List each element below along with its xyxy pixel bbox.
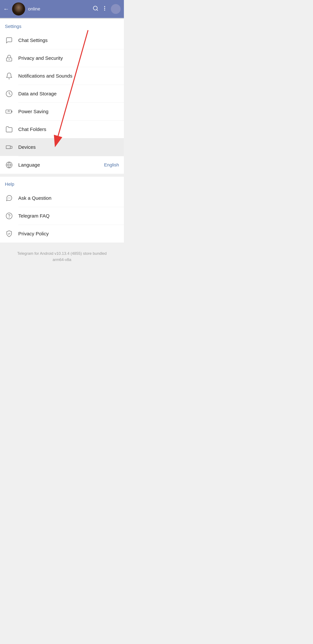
lock-icon [5,54,13,62]
footer-divider [0,242,124,246]
language-value: English [104,162,119,168]
profile-circle[interactable] [111,4,121,14]
chat-folders-label: Chat Folders [18,126,119,132]
help-label: Help [0,177,124,189]
svg-rect-11 [10,146,12,148]
svg-rect-10 [6,146,10,149]
message-circle-icon [5,194,13,202]
svg-point-18 [6,213,12,219]
menu-item-power-saving[interactable]: Power Saving [0,103,124,120]
help-section: Help Ask a Question [0,177,124,242]
svg-point-3 [104,8,105,9]
menu-item-chat-settings[interactable]: Chat Settings [0,32,124,49]
svg-line-1 [97,10,98,10]
devices-icon [5,143,13,152]
privacy-policy-label: Privacy Policy [18,231,119,236]
menu-item-devices[interactable]: Devices [0,138,124,156]
folder-icon [5,125,13,134]
privacy-security-label: Privacy and Security [18,55,119,61]
help-circle-icon [5,212,13,220]
search-icon[interactable] [93,6,98,12]
app-header: ← online [0,0,124,18]
section-divider [0,174,124,177]
footer-text: Telegram for Android v10.13.4 (4855) sto… [17,251,107,262]
chat-icon [5,36,13,44]
svg-point-6 [9,59,10,60]
menu-item-chat-folders[interactable]: Chat Folders [0,120,124,138]
menu-item-telegram-faq[interactable]: Telegram FAQ [0,207,124,225]
language-label: Language [18,162,104,168]
settings-label: Settings [0,19,124,32]
svg-point-4 [104,10,105,10]
globe-icon [5,161,13,169]
shield-check-icon [5,230,13,238]
battery-icon [5,107,13,116]
menu-item-notifications[interactable]: Notifications and Sounds [0,67,124,85]
notifications-label: Notifications and Sounds [18,73,119,79]
devices-label: Devices [18,144,119,150]
back-button[interactable]: ← [3,6,9,12]
menu-item-data-storage[interactable]: Data and Storage [0,85,124,102]
data-storage-label: Data and Storage [18,91,119,96]
svg-point-15 [8,198,8,198]
menu-item-privacy-policy[interactable]: Privacy Policy [0,225,124,242]
chat-settings-label: Chat Settings [18,38,119,43]
menu-item-ask-question[interactable]: Ask a Question [0,189,124,207]
menu-item-privacy-security[interactable]: Privacy and Security [0,49,124,67]
menu-item-language[interactable]: Language English [0,156,124,174]
settings-section: Settings Chat Settings Privacy and Secur… [0,19,124,174]
app-footer: Telegram for Android v10.13.4 (4855) sto… [0,246,124,268]
power-saving-label: Power Saving [18,109,119,114]
user-status: online [28,6,40,12]
ask-question-label: Ask a Question [18,195,119,201]
svg-point-16 [9,198,9,198]
clock-icon [5,90,13,98]
svg-point-2 [104,6,105,7]
bell-icon [5,72,13,80]
telegram-faq-label: Telegram FAQ [18,213,119,219]
more-options-icon[interactable] [102,6,108,12]
svg-point-17 [10,198,10,198]
avatar[interactable] [12,2,25,16]
